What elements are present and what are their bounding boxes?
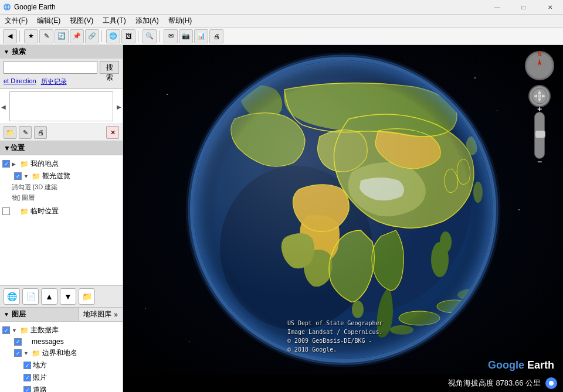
zoom-out-icon[interactable]: − [537,157,542,166]
up-button[interactable]: ▲ [41,288,57,305]
expander-boundary[interactable]: ▼ [23,350,30,356]
compass-ring[interactable]: N [525,51,554,80]
separator-3 [138,30,140,42]
earth-library-arrow: » [114,311,118,319]
expander-main-db[interactable]: ▼ [12,328,19,333]
location-section: ▼ 位置 ✓ ▶ 📁 我的地点 ✓ ▼ 📁 觀光遊覽 [0,141,123,285]
checkbox-my-places[interactable]: ✓ [2,160,10,168]
tree-item-temp[interactable]: 📁 临时位置 [2,205,120,217]
label-temp: 临时位置 [30,206,59,216]
svg-marker-26 [538,59,541,66]
layer-arrow: ▼ [4,311,9,318]
menu-item-edit[interactable]: 编辑(E) [32,15,65,27]
separator-2 [101,30,104,42]
print-button[interactable]: 🖨 [34,126,47,139]
location-header[interactable]: ▼ 位置 [0,141,123,155]
attribution-line3: © 2009 GeoBasis-DE/BKG - [287,336,383,345]
location-arrow: ▼ [4,144,11,152]
checkbox-roads[interactable]: ✓ [23,386,31,392]
toolbar-btn-11[interactable]: 📷 [179,29,193,43]
attribution-line1: US Dept of State Geographer [287,319,383,328]
toolbar-btn-5[interactable]: 📌 [70,29,84,43]
separator-1 [19,30,22,42]
layer-places[interactable]: ✓ 地方 [2,359,120,371]
scroll-left-arrow[interactable]: ◀ [1,103,6,110]
folder-button[interactable]: 📁 [79,288,95,305]
tree-item-my-places[interactable]: ✓ ▶ 📁 我的地点 [2,158,120,170]
map-area[interactable]: US Dept of State Geographer Image Landsa… [123,45,563,392]
svg-point-33 [538,94,541,98]
close-button[interactable]: ✕ [537,0,563,15]
toolbar-btn-3[interactable]: ✎ [39,29,53,43]
app-title: Google Earth [14,3,484,11]
compass-north: N [537,51,541,57]
checkbox-messages[interactable]: ✓ [14,338,22,346]
compass-arrow [531,57,548,74]
label-photos: 照片 [33,373,47,383]
history-link[interactable]: 历史记录 [41,77,67,86]
navigation-controls: N [525,51,554,159]
status-text: 视角海拔高度 8783.66 公里 [448,378,541,388]
doc-button[interactable]: 📄 [22,288,39,305]
places-toolbar: 📁 ✎ 🖨 ✕ [0,124,123,141]
down-button[interactable]: ▼ [60,288,76,305]
separator-4 [159,30,161,42]
compass[interactable]: N [525,51,554,80]
globe-container[interactable]: US Dept of State Geographer Image Landsa… [123,45,563,374]
search-header[interactable]: ▼ 搜索 [0,45,123,59]
status-label: 视角海拔高度 [448,379,494,387]
checkbox-boundary[interactable]: ✓ [14,349,22,357]
get-direction-link[interactable]: et Direction [4,77,36,86]
expander-tourism[interactable]: ▼ [23,173,30,179]
add-folder-button[interactable]: 📁 [4,126,16,139]
zoom-in-icon[interactable]: + [537,104,542,114]
zoom-handle[interactable] [535,130,545,138]
menu-item-help[interactable]: 帮助(H) [164,15,197,27]
layer-boundary[interactable]: ✓ ▼ 📁 边界和地名 [2,347,120,359]
scroll-right-arrow[interactable]: ▶ [117,103,121,110]
menu-item-view[interactable]: 视图(V) [65,15,98,27]
minimize-button[interactable]: — [484,0,510,15]
checkbox-tourism[interactable]: ✓ [14,172,22,180]
earth-library-label: 地球图库 [83,309,111,319]
maximize-button[interactable]: □ [510,0,537,15]
toolbar-btn-8[interactable]: 🖼 [121,29,135,43]
layer-roads[interactable]: ✓ 道路 [2,384,120,392]
location-indicator[interactable] [545,377,557,389]
expander-my-places[interactable]: ▶ [12,161,19,167]
menu-item-add[interactable]: 添加(A) [131,15,164,27]
google-text: Google [488,359,527,371]
globe-button[interactable]: 🌐 [4,288,20,305]
search-button[interactable]: 搜索 [100,61,119,74]
checkbox-temp[interactable] [2,207,10,215]
toolbar-btn-7[interactable]: 🌐 [106,29,120,43]
search-input[interactable] [4,61,97,74]
toolbar-btn-2[interactable]: ★ [24,29,38,43]
layer-tab[interactable]: ▼ 图层 [0,308,79,321]
menu-item-tools[interactable]: 工具(T) [98,15,130,27]
toolbar-btn-13[interactable]: 🖨 [209,29,223,43]
checkbox-main-db[interactable]: ✓ [2,326,10,334]
tourism-sub-label: 請勾選 [3D 建築物] 圖層 [2,182,120,203]
rename-button[interactable]: ✎ [19,126,32,139]
layer-photos[interactable]: ✓ 照片 [2,371,120,384]
zoom-slider[interactable]: + − [534,112,545,159]
checkbox-places[interactable]: ✓ [23,362,31,369]
bottom-buttons: 🌐 📄 ▲ ▼ 📁 [0,286,123,308]
toolbar-btn-4[interactable]: 🔄 [55,29,69,43]
earth-library-button[interactable]: 地球图库 » [79,308,123,321]
checkbox-photos[interactable]: ✓ [23,374,31,381]
toolbar-btn-1[interactable]: ◀ [3,29,17,43]
places-scroll-area: ◀ ▶ [0,89,123,124]
toolbar-btn-12[interactable]: 📊 [194,29,208,43]
toolbar-btn-10[interactable]: ✉ [164,29,178,43]
layer-main-db[interactable]: ✓ ▼ 📁 主数据库 [2,324,120,336]
layer-messages[interactable]: ✓ messages [2,336,120,347]
menu-item-file[interactable]: 文件(F) [0,15,32,27]
toolbar-btn-6[interactable]: 🔗 [85,29,99,43]
toolbar-btn-9[interactable]: 🔍 [143,29,157,43]
label-messages: messages [32,338,64,346]
delete-button[interactable]: ✕ [106,126,119,139]
toolbar: ◀ ★ ✎ 🔄 📌 🔗 🌐 🖼 🔍 ✉ 📷 📊 🖨 [0,28,563,45]
tree-item-tourism[interactable]: ✓ ▼ 📁 觀光遊覽 [2,170,120,182]
